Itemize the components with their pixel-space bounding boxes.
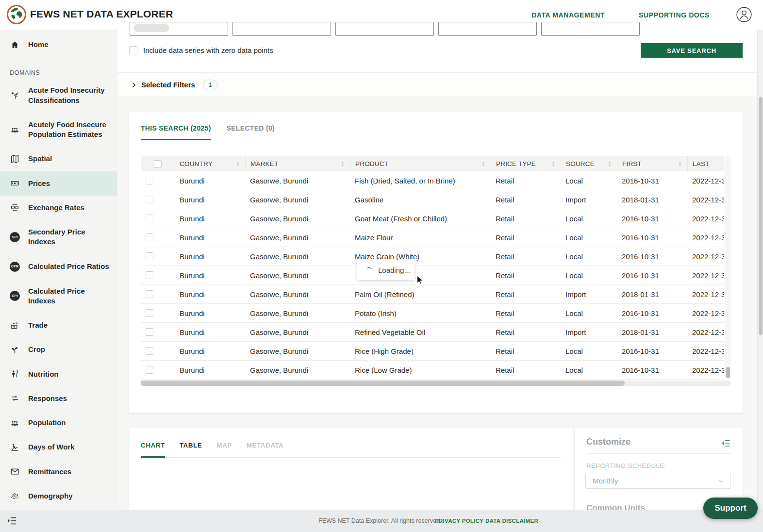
row-checkbox[interactable] <box>146 366 153 374</box>
row-checkbox[interactable] <box>146 271 153 279</box>
sidebar-item-home[interactable]: Home <box>0 33 117 57</box>
row-checkbox[interactable] <box>146 196 153 203</box>
cell-product: Goat Meat (Fresh or Chilled) <box>350 215 491 223</box>
row-checkbox[interactable] <box>146 290 153 298</box>
sort-icon[interactable] <box>677 161 683 167</box>
cell-market: Gasorwe, Burundi <box>245 233 350 242</box>
row-checkbox[interactable] <box>146 309 153 317</box>
zero-data-checkbox[interactable] <box>129 46 137 54</box>
sidebar-item-population[interactable]: Population <box>0 411 117 435</box>
page-vertical-scrollbar[interactable] <box>757 30 763 532</box>
tab-this-search[interactable]: THIS SEARCH (2025) <box>141 124 211 140</box>
column-header-last[interactable]: LAST <box>687 156 724 171</box>
sidebar-item-spatial[interactable]: Spatial <box>0 147 117 171</box>
sidebar-item-acute-food-insecurity-classifications[interactable]: Acute Food Insecurity Classifications <box>0 78 117 113</box>
filter-chip <box>134 24 169 32</box>
table-row[interactable]: Burundi Gasorwe, Burundi Maize Flour Ret… <box>141 228 724 247</box>
table-row[interactable]: Burundi Gasorwe, Burundi Retail Local 20… <box>141 266 724 285</box>
save-search-button[interactable]: SAVE SEARCH <box>641 43 743 58</box>
sidebar-item-nutrition[interactable]: Nutrition <box>0 362 117 386</box>
table-row[interactable]: Burundi Gasorwe, Burundi Rice (Low Grade… <box>141 361 724 380</box>
sidebar-item-trade[interactable]: Trade <box>0 313 117 337</box>
privacy-policy-link[interactable]: PRIVACY POLICY <box>435 518 483 524</box>
table-row[interactable]: Burundi Gasorwe, Burundi Potato (Irish) … <box>141 304 724 323</box>
table-row[interactable]: Burundi Gasorwe, Burundi Rice (High Grad… <box>141 342 724 361</box>
sort-icon[interactable] <box>234 161 241 167</box>
filter-input[interactable] <box>438 22 537 36</box>
sidebar-item-exchange-rates[interactable]: Exchange Rates <box>0 196 117 220</box>
table-row[interactable]: Burundi Gasorwe, Burundi Palm Oil (Refin… <box>141 285 724 304</box>
table-vertical-scrollbar[interactable] <box>725 156 731 380</box>
cell-product: Maize Grain (White) <box>350 252 491 261</box>
cell-source: Local <box>561 366 617 374</box>
sidebar-collapse-icon[interactable] <box>7 515 17 526</box>
sidebar-item-calculated-price-indexes[interactable]: CPI Calculated Price Indexes <box>0 279 117 314</box>
selected-filters-bar[interactable]: Selected Filters 1 <box>117 73 757 97</box>
table-row[interactable]: Burundi Gasorwe, Burundi Maize Grain (Wh… <box>141 247 724 266</box>
user-avatar-icon[interactable] <box>736 6 752 23</box>
cell-price-type: Retail <box>491 347 561 355</box>
column-header-market[interactable]: MARKET <box>245 156 350 171</box>
row-checkbox[interactable] <box>146 215 153 222</box>
table-row[interactable]: Burundi Gasorwe, Burundi Fish (Dried, Sa… <box>141 171 724 190</box>
table-row[interactable]: Burundi Gasorwe, Burundi Refined Vegetab… <box>141 323 724 342</box>
sidebar-item-demography[interactable]: Demography <box>0 484 117 508</box>
panel-collapse-icon[interactable] <box>721 438 731 448</box>
cell-source: Import <box>561 290 617 299</box>
sidebar-item-secondary-price-indexes[interactable]: SPI Secondary Price Indexes <box>0 220 117 254</box>
sort-icon[interactable] <box>550 161 557 167</box>
sort-icon[interactable] <box>480 161 487 167</box>
cell-market: Gasorwe, Burundi <box>245 347 350 355</box>
sidebar-item-crop[interactable]: Crop <box>0 337 117 362</box>
column-header-source[interactable]: SOURCE <box>561 156 617 171</box>
row-checkbox[interactable] <box>146 233 153 241</box>
filter-input[interactable] <box>541 22 640 36</box>
cell-source: Local <box>561 252 617 261</box>
chevron-down-icon <box>718 478 725 484</box>
reporting-schedule-select[interactable]: Monthly <box>585 473 731 489</box>
sort-icon[interactable] <box>339 161 346 167</box>
results-card: THIS SEARCH (2025) SELECTED (0) COUNTRY … <box>129 112 743 413</box>
sidebar-item-acutely-food-insecure-population-estimates[interactable]: Acutely Food Insecure Population Estimat… <box>0 113 117 147</box>
table-horizontal-scrollbar[interactable] <box>141 381 731 386</box>
tab-chart[interactable]: CHART <box>141 442 165 458</box>
cell-market: Gasorwe, Burundi <box>245 309 350 317</box>
row-checkbox[interactable] <box>146 347 153 355</box>
table-row[interactable]: Burundi Gasorwe, Burundi Goat Meat (Fres… <box>141 209 724 228</box>
column-header-first[interactable]: FIRST <box>617 156 687 171</box>
row-checkbox[interactable] <box>146 328 153 336</box>
sidebar-item-days-of-work[interactable]: Days of Work <box>0 435 117 459</box>
tab-map: MAP <box>216 442 232 458</box>
sidebar-item-responses[interactable]: Responses <box>0 386 117 411</box>
row-checkbox[interactable] <box>146 177 153 184</box>
filter-input[interactable] <box>130 22 228 36</box>
sidebar-item-prices[interactable]: Prices <box>0 171 117 196</box>
tab-selected[interactable]: SELECTED (0) <box>227 124 275 140</box>
filter-input[interactable] <box>335 22 434 36</box>
select-all-checkbox[interactable] <box>154 160 162 168</box>
filter-input[interactable] <box>232 22 331 36</box>
cpr-badge-icon: CPR <box>10 262 20 272</box>
cell-last: 2022-12-31 <box>687 215 724 223</box>
demography-icon <box>10 491 20 500</box>
scrollbar-thumb[interactable] <box>759 97 763 335</box>
cell-first: 2018-01-31 <box>617 290 687 299</box>
support-button[interactable]: Support <box>703 498 758 519</box>
cell-market: Gasorwe, Burundi <box>245 252 350 261</box>
column-header-price-type[interactable]: PRICE TYPE <box>491 156 561 171</box>
row-checkbox[interactable] <box>146 252 153 260</box>
sidebar-item-label: Calculated Price Ratios <box>28 262 109 271</box>
tab-table[interactable]: TABLE <box>180 442 202 458</box>
scrollbar-thumb[interactable] <box>141 381 625 386</box>
table-row[interactable]: Burundi Gasorwe, Burundi Gasoline Retail… <box>141 190 724 209</box>
sidebar-item-remittances[interactable]: Remittances <box>0 460 117 484</box>
nav-data-management[interactable]: DATA MANAGEMENT <box>531 11 605 19</box>
data-disclaimer-link[interactable]: DATA DISCLAIMER <box>485 518 538 524</box>
sidebar-item-calculated-price-ratios[interactable]: CPR Calculated Price Ratios <box>0 254 117 279</box>
column-header-country[interactable]: COUNTRY <box>175 156 245 171</box>
wheat-icon <box>10 91 20 100</box>
scrollbar-thumb[interactable] <box>726 367 730 378</box>
sort-icon[interactable] <box>606 161 613 167</box>
column-header-product[interactable]: PRODUCT <box>350 156 491 171</box>
nav-supporting-docs[interactable]: SUPPORTING DOCS <box>639 11 710 19</box>
